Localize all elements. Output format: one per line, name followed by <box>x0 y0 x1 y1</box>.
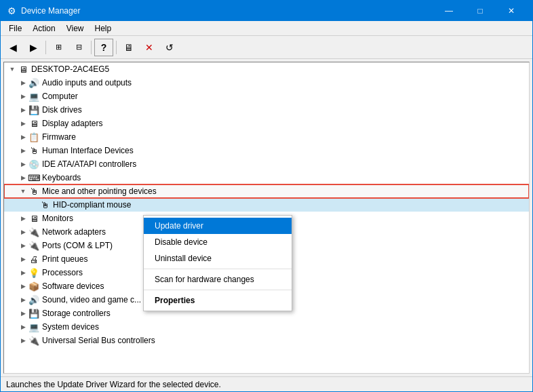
print-icon: 🖨 <box>28 254 39 264</box>
mice-icon: 🖱 <box>28 186 39 197</box>
display-icon: 🖥 <box>28 118 39 129</box>
tree-firmware[interactable]: ▶ 📋 Firmware <box>4 130 529 144</box>
ide-label: IDE ATA/ATAPI controllers <box>42 159 136 169</box>
hid-icon: 🖱 <box>28 145 39 156</box>
monitors-expander[interactable]: ▶ <box>18 213 28 224</box>
hid-expander[interactable]: ▶ <box>18 145 28 156</box>
ports-label: Ports (COM & LPT) <box>42 241 113 250</box>
display-expander[interactable]: ▶ <box>18 118 28 129</box>
root-icon: 🖥 <box>18 64 28 75</box>
tree-root[interactable]: ▼ 🖥 DESKTOP-2AC4EG5 <box>4 62 529 76</box>
usb-expander[interactable]: ▶ <box>18 335 28 346</box>
tree-ide[interactable]: ▶ 💿 IDE ATA/ATAPI controllers <box>4 157 529 171</box>
hid-label: Human Interface Devices <box>42 146 134 155</box>
title-bar: ⚙ Device Manager — □ ✕ <box>1 1 532 21</box>
content-area: ▼ 🖥 DESKTOP-2AC4EG5 ▶ 🔊 Audio inputs and… <box>1 59 532 376</box>
system-expander[interactable]: ▶ <box>18 321 28 332</box>
storage-icon: 💾 <box>28 308 39 319</box>
window-icon: ⚙ <box>6 5 17 16</box>
computer-icon: 💻 <box>28 91 39 102</box>
tree-system[interactable]: ▶ 💻 System devices <box>4 320 529 334</box>
audio-icon: 🔊 <box>28 77 39 88</box>
sound-icon: 🔊 <box>28 294 39 305</box>
keyboards-icon: ⌨ <box>28 172 39 183</box>
toolbar-show-hidden[interactable]: ⊞ <box>49 39 68 56</box>
tree-audio[interactable]: ▶ 🔊 Audio inputs and outputs <box>4 76 529 90</box>
tree-area[interactable]: ▼ 🖥 DESKTOP-2AC4EG5 ▶ 🔊 Audio inputs and… <box>3 62 530 374</box>
disk-icon: 💾 <box>28 104 39 115</box>
usb-label: Universal Serial Bus controllers <box>42 336 155 345</box>
toolbar-scan[interactable]: ↺ <box>160 39 179 56</box>
hid-mouse-expander: ▶ <box>28 199 39 210</box>
ctx-properties[interactable]: Properties <box>144 292 292 309</box>
minimize-button[interactable]: — <box>433 1 465 21</box>
title-bar-buttons: — □ ✕ <box>433 1 527 21</box>
tree-usb[interactable]: ▶ 🔌 Universal Serial Bus controllers <box>4 334 529 347</box>
tree-hid-mouse[interactable]: ▶ 🖱 HID-compliant mouse <box>4 198 529 212</box>
menu-file[interactable]: File <box>3 22 27 35</box>
toolbar-forward[interactable]: ▶ <box>24 39 43 56</box>
monitors-label: Monitors <box>42 214 73 223</box>
tree-keyboards[interactable]: ▶ ⌨ Keyboards <box>4 171 529 184</box>
disk-expander[interactable]: ▶ <box>18 104 28 115</box>
system-label: System devices <box>42 322 99 332</box>
toolbar-device[interactable]: 🖥 <box>119 39 138 56</box>
menu-action[interactable]: Action <box>27 22 60 35</box>
mice-expander[interactable]: ▼ <box>18 186 28 197</box>
ctx-update-driver-label: Update driver <box>155 221 203 231</box>
computer-expander[interactable]: ▶ <box>18 91 28 102</box>
hid-mouse-icon: 🖱 <box>39 199 50 210</box>
ctx-update-driver[interactable]: Update driver <box>144 218 292 234</box>
tree-computer[interactable]: ▶ 💻 Computer <box>4 90 529 103</box>
ctx-disable-label: Disable device <box>155 237 208 247</box>
toolbar-help[interactable]: ? <box>94 39 113 56</box>
status-text: Launches the Update Driver Wizard for th… <box>6 380 221 389</box>
maximize-button[interactable]: □ <box>465 1 496 21</box>
root-label: DESKTOP-2AC4EG5 <box>31 64 109 74</box>
device-manager-window: ⚙ Device Manager — □ ✕ File Action View … <box>0 0 533 392</box>
ctx-sep-2 <box>144 290 292 290</box>
ctx-scan-hardware[interactable]: Scan for hardware changes <box>144 271 292 288</box>
toolbar-collapse[interactable]: ⊟ <box>69 39 88 56</box>
processors-expander[interactable]: ▶ <box>18 267 28 278</box>
menu-help[interactable]: Help <box>90 22 117 35</box>
software-expander[interactable]: ▶ <box>18 281 28 292</box>
print-label: Print queues <box>42 254 87 264</box>
software-label: Software devices <box>42 281 104 291</box>
processors-label: Processors <box>42 268 83 277</box>
network-expander[interactable]: ▶ <box>18 227 28 237</box>
root-expander[interactable]: ▼ <box>7 64 18 75</box>
mice-label: Mice and other pointing devices <box>42 187 157 196</box>
firmware-expander[interactable]: ▶ <box>18 132 28 142</box>
computer-label: Computer <box>42 92 78 101</box>
ctx-properties-label: Properties <box>155 296 195 305</box>
ctx-disable-device[interactable]: Disable device <box>144 234 292 250</box>
tree-disk[interactable]: ▶ 💾 Disk drives <box>4 103 529 117</box>
toolbar-back[interactable]: ◀ <box>3 39 22 56</box>
storage-expander[interactable]: ▶ <box>18 308 28 319</box>
keyboards-label: Keyboards <box>42 173 81 182</box>
menu-view[interactable]: View <box>61 22 90 35</box>
ctx-uninstall-label: Uninstall device <box>155 254 212 263</box>
system-icon: 💻 <box>28 321 39 332</box>
print-expander[interactable]: ▶ <box>18 254 28 264</box>
ide-expander[interactable]: ▶ <box>18 159 28 170</box>
tree-display[interactable]: ▶ 🖥 Display adapters <box>4 117 529 130</box>
audio-expander[interactable]: ▶ <box>18 77 28 88</box>
sound-expander[interactable]: ▶ <box>18 294 28 305</box>
ports-expander[interactable]: ▶ <box>18 240 28 251</box>
ctx-scan-label: Scan for hardware changes <box>155 275 254 284</box>
firmware-icon: 📋 <box>28 132 39 142</box>
close-button[interactable]: ✕ <box>496 1 527 21</box>
toolbar-sep-1 <box>45 41 46 54</box>
toolbar-sep-3 <box>116 41 117 54</box>
network-label: Network adapters <box>42 227 106 237</box>
tree-mice[interactable]: ▼ 🖱 Mice and other pointing devices <box>4 184 529 198</box>
ctx-uninstall-device[interactable]: Uninstall device <box>144 250 292 267</box>
title-bar-left: ⚙ Device Manager <box>6 5 80 16</box>
window-title: Device Manager <box>21 6 80 16</box>
tree-hid[interactable]: ▶ 🖱 Human Interface Devices <box>4 144 529 157</box>
toolbar-uninstall[interactable]: ✕ <box>140 39 159 56</box>
hid-mouse-label: HID-compliant mouse <box>53 200 131 210</box>
network-icon: 🔌 <box>28 227 39 237</box>
